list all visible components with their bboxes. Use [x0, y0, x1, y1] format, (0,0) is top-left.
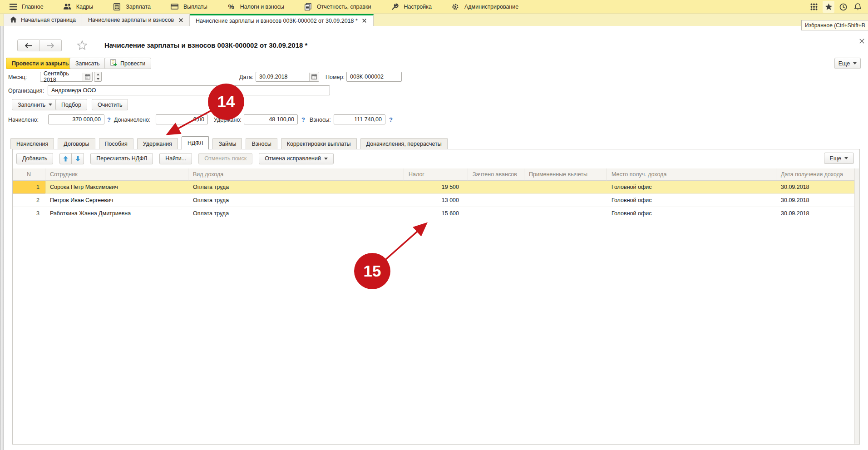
number-input[interactable]: 003К-000002 [346, 72, 402, 82]
menu-item-hr[interactable]: Кадры [64, 3, 93, 10]
move-down-button[interactable] [72, 153, 84, 164]
additional-accrued-label: Доначислено: [114, 117, 150, 123]
additional-accrued-value[interactable]: 0,00 [156, 114, 208, 124]
post-and-close-button[interactable]: Провести и закрыть [6, 58, 74, 69]
column-header: Вид дохода [188, 168, 404, 181]
help-icon[interactable]: ? [107, 116, 111, 123]
fill-button[interactable]: Заполнить [12, 99, 58, 110]
tab-recalculations[interactable]: Доначисления, перерасчеты [360, 138, 448, 149]
column-header: N [13, 168, 45, 181]
post-button[interactable]: Провести [104, 58, 151, 69]
tab-close-icon[interactable] [178, 17, 183, 23]
tab-benefits[interactable]: Пособия [99, 138, 133, 149]
save-button[interactable]: Записать [69, 58, 105, 69]
tab-document-list[interactable]: Начисление зарплаты и взносов [82, 14, 190, 26]
accrued-label: Начислено: [8, 117, 39, 123]
forward-button[interactable] [39, 40, 62, 51]
help-icon[interactable]: ? [389, 116, 393, 123]
tab-ndfl[interactable]: НДФЛ [182, 136, 209, 149]
tab-home[interactable]: Начальная страница [4, 14, 82, 26]
contributions-label: Взносы: [310, 117, 331, 123]
post-document-icon [110, 59, 117, 68]
menu-item-label: Настройка [404, 4, 432, 10]
tab-payment-adjustments[interactable]: Корректировки выплаты [281, 138, 357, 149]
home-icon [10, 16, 17, 24]
table-more-button[interactable]: Еще [824, 153, 854, 164]
tab-deductions[interactable]: Удержания [137, 138, 178, 149]
contributions-value[interactable]: 111 740,00 [334, 114, 385, 124]
organization-label: Организация: [8, 88, 44, 94]
column-header: Налог [404, 168, 468, 181]
calendar-icon[interactable] [83, 73, 92, 81]
accrued-value[interactable]: 370 000,00 [48, 114, 104, 124]
pick-button[interactable]: Подбор [55, 99, 87, 110]
percent-icon: % [227, 3, 235, 10]
history-nav [17, 40, 62, 51]
organization-input[interactable]: Андромеда ООО [48, 85, 330, 95]
vertical-scrollbar[interactable] [854, 168, 859, 444]
history-clock-icon[interactable] [837, 1, 849, 13]
table-row[interactable]: 1 Сорока Петр Максимович Оплата труда 19… [13, 181, 856, 194]
menu-item-administration[interactable]: Администрирование [452, 3, 518, 10]
help-icon[interactable]: ? [301, 116, 305, 123]
number-label: Номер: [326, 74, 345, 80]
menu-item-settings[interactable]: Настройка [391, 3, 432, 10]
month-stepper [94, 72, 102, 82]
stepper-up-button[interactable] [94, 72, 101, 77]
cancel-corrections-button[interactable]: Отмена исправлений [259, 153, 334, 164]
table-row[interactable]: 2 Петров Иван Сергеевич Оплата труда 13 … [13, 194, 856, 207]
menu-item-taxes[interactable]: % Налоги и взносы [227, 3, 284, 10]
withheld-value[interactable]: 48 100,00 [244, 114, 298, 124]
tab-label: Начисление зарплаты и взносов 003К-00000… [196, 18, 358, 24]
calendar-icon[interactable] [309, 73, 318, 81]
back-button[interactable] [17, 40, 39, 51]
clear-button[interactable]: Очистить [92, 99, 128, 110]
close-icon[interactable] [857, 36, 866, 45]
column-header: Место получ. дохода [607, 168, 776, 181]
tab-document-active[interactable]: Начисление зарплаты и взносов 003К-00000… [190, 14, 374, 26]
tab-accruals[interactable]: Начисления [10, 138, 54, 149]
column-header: Дата получения дохода [776, 168, 856, 181]
menu-item-salary[interactable]: Зарплата [113, 3, 151, 10]
menubar-right-icons [808, 0, 863, 14]
menu-item-main[interactable]: Главное [9, 3, 44, 10]
menu-item-label: Выплаты [183, 4, 207, 10]
calculator-icon [113, 3, 121, 10]
recalculate-ndfl-button[interactable]: Пересчитать НДФЛ [90, 153, 153, 164]
move-up-button[interactable] [59, 153, 72, 164]
notifications-bell-icon[interactable] [852, 1, 863, 13]
find-button[interactable]: Найти... [159, 153, 192, 164]
chevron-down-icon [853, 62, 857, 64]
tab-contributions[interactable]: Взносы [246, 138, 277, 149]
table-row[interactable]: 3 Работкина Жанна Дмитриевна Оплата труд… [13, 207, 856, 220]
app-window: Главное Кадры Зарплата Выплаты % Налоги … [0, 0, 868, 450]
ndfl-table: N Сотрудник Вид дохода Налог Зачтено ава… [13, 168, 856, 220]
month-input[interactable]: Сентябрь 2018 [40, 72, 93, 82]
main-menubar: Главное Кадры Зарплата Выплаты % Налоги … [0, 0, 868, 14]
tab-contracts[interactable]: Договоры [58, 138, 95, 149]
cancel-search-button[interactable]: Отменить поиск [198, 153, 252, 164]
column-header: Зачтено авансов [468, 168, 524, 181]
chevron-down-icon [844, 157, 848, 159]
menu-item-reports[interactable]: Отчетность, справки [304, 3, 371, 10]
column-header: Сотрудник [45, 168, 188, 181]
form-more-button[interactable]: Еще [834, 58, 861, 69]
tab-loans[interactable]: Займы [212, 138, 242, 149]
wrench-icon [391, 3, 399, 10]
menu-item-label: Налоги и взносы [240, 4, 284, 10]
table-header-row: N Сотрудник Вид дохода Налог Зачтено ава… [13, 168, 856, 181]
favorites-star-icon[interactable] [823, 1, 834, 13]
all-functions-grid-icon[interactable] [808, 1, 820, 13]
reports-icon [304, 3, 312, 10]
move-row-buttons [59, 153, 84, 164]
date-input[interactable]: 30.09.2018 [256, 72, 319, 82]
favorite-star-icon[interactable] [76, 39, 88, 51]
tab-close-icon[interactable] [362, 18, 367, 24]
stepper-down-button[interactable] [94, 77, 101, 82]
ndfl-tab-panel: Добавить Пересчитать НДФЛ Найти... Отмен… [12, 149, 860, 445]
hamburger-icon [9, 3, 17, 10]
favorites-tooltip: Избранное (Ctrl+Shift+B [801, 20, 868, 30]
tab-label: Начальная страница [21, 17, 76, 23]
menu-item-payments[interactable]: Выплаты [171, 3, 207, 10]
add-row-button[interactable]: Добавить [16, 153, 53, 164]
